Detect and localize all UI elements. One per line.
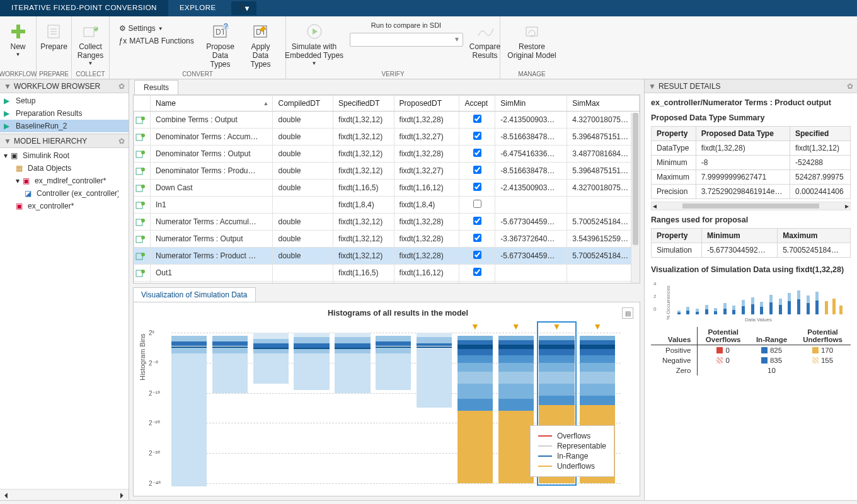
details-path: ex_controller/Numerator Terms : Product …: [651, 98, 851, 107]
tab-viz[interactable]: Visualization of Simulation Data: [133, 287, 256, 302]
values-table: ValuesPotential OverflowsIn-RangePotenti…: [651, 327, 851, 375]
compare-icon: [475, 21, 495, 42]
hist-column[interactable]: [376, 333, 411, 483]
accept-checkbox[interactable]: [473, 251, 481, 259]
col-header[interactable]: ProposedDT: [394, 96, 459, 112]
accept-checkbox[interactable]: [473, 115, 481, 123]
svg-point-28: [141, 236, 145, 239]
apply-icon: DT: [251, 21, 271, 42]
table-row[interactable]: Up Castdoublefixdt(1,16,14)fixdt(1,16,12…: [134, 282, 640, 284]
tree-root[interactable]: ▾▣Simulink Root: [0, 149, 129, 162]
wb-item[interactable]: ▶BaselineRun_2: [0, 120, 129, 132]
run-icon: ▶: [4, 122, 13, 130]
signal-icon: [135, 132, 145, 142]
table-row[interactable]: Out1fixdt(1,16,5)fixdt(1,16,12): [134, 265, 640, 282]
tab-iterative[interactable]: ITERATIVE FIXED-POINT CONVERSION: [0, 0, 168, 16]
gear-icon[interactable]: ✿: [118, 82, 125, 91]
svg-point-14: [141, 117, 145, 120]
hist-column[interactable]: [417, 333, 452, 483]
signal-icon: [135, 149, 145, 159]
simulink-icon: ▣: [11, 151, 20, 160]
hist-column[interactable]: ▼: [457, 333, 493, 483]
hist-column[interactable]: [171, 333, 207, 483]
h-scrollbar[interactable]: ⏴⏵: [0, 500, 857, 504]
accept-checkbox[interactable]: [473, 234, 481, 242]
col-header[interactable]: Accept: [459, 96, 495, 112]
tree-controller[interactable]: ◪Controller (ex_controller): [0, 187, 129, 200]
propose-button[interactable]: DT?Propose Data Types: [202, 19, 239, 69]
table-row[interactable]: Denominator Terms : Outputdoublefixdt(1,…: [134, 146, 640, 163]
v-scrollbar[interactable]: [631, 113, 640, 283]
table-row[interactable]: Down Castdoublefixdt(1,16,5)fixdt(1,16,1…: [134, 180, 640, 197]
hist-column[interactable]: ▼: [498, 333, 534, 483]
tree-data-objects[interactable]: ▦Data Objects: [0, 162, 129, 175]
tree-mdlref[interactable]: ▾▣ex_mdlref_controller*: [0, 175, 129, 187]
result-details-header: ▼RESULT DETAILS✿: [645, 79, 857, 93]
gear-icon[interactable]: ✿: [847, 82, 853, 91]
table-row[interactable]: Numerator Terms : Accumul…doublefixdt(1,…: [134, 214, 640, 231]
accept-checkbox[interactable]: [473, 268, 481, 276]
h-scrollbar[interactable]: ◂▸: [651, 202, 851, 210]
settings-dropdown[interactable]: ⚙Settings ▼: [117, 23, 198, 34]
wb-item[interactable]: ▶Setup: [0, 94, 129, 107]
svg-point-4: [93, 26, 98, 32]
run-icon: ▶: [4, 109, 13, 118]
tab-results[interactable]: Results: [134, 80, 178, 94]
svg-point-26: [141, 219, 145, 222]
table-row[interactable]: In1fixdt(1,8,4)fixdt(1,8,4): [134, 197, 640, 214]
new-button[interactable]: New▼: [0, 19, 37, 57]
hist-column[interactable]: [294, 333, 329, 483]
accept-checkbox[interactable]: [473, 217, 481, 225]
model-icon: ▣: [23, 176, 32, 185]
signal-icon: [135, 115, 145, 125]
accept-checkbox[interactable]: [473, 183, 481, 191]
prepare-button[interactable]: Prepare: [36, 19, 72, 52]
hist-column[interactable]: [335, 333, 370, 483]
simulate-button[interactable]: Simulate with Embedded Types ▼: [283, 19, 346, 66]
svg-point-30: [141, 253, 145, 256]
svg-text:?: ?: [224, 23, 228, 31]
table-row[interactable]: Combine Terms : Outputdoublefixdt(1,32,1…: [134, 112, 640, 129]
restore-button[interactable]: Restore Original Model: [503, 19, 560, 60]
play-icon: [304, 21, 325, 42]
accept-checkbox[interactable]: [473, 149, 481, 157]
svg-point-22: [141, 185, 145, 188]
propose-icon: DT?: [210, 21, 231, 42]
accept-checkbox[interactable]: [473, 200, 481, 208]
gear-icon[interactable]: ✿: [118, 137, 125, 146]
table-row[interactable]: Numerator Terms : Product …doublefixdt(1…: [134, 248, 640, 265]
compare-button[interactable]: Compare Results: [467, 19, 503, 60]
run-icon: ▶: [4, 96, 13, 105]
table-row[interactable]: Denominator Terms : Produ…doublefixdt(1,…: [134, 163, 640, 180]
col-header[interactable]: SpecifiedDT: [333, 96, 394, 112]
table-row[interactable]: Denominator Terms : Accum…doublefixdt(1,…: [134, 129, 640, 146]
viz-legend: Overflows Representable In-Range Underfl…: [530, 425, 614, 477]
matlab-functions-button[interactable]: ƒxMATLAB Functions: [117, 35, 198, 47]
h-scrollbar[interactable]: ⏴⏵: [0, 489, 129, 500]
sdi-dropdown[interactable]: [350, 33, 463, 47]
hist-column[interactable]: [253, 333, 289, 483]
apply-button[interactable]: DTApply Data Types: [243, 19, 279, 69]
marker-icon: ▼: [512, 321, 521, 331]
model-icon: ▣: [16, 202, 25, 210]
svg-point-24: [141, 202, 145, 205]
svg-point-32: [141, 270, 145, 273]
col-header[interactable]: CompiledDT: [273, 96, 333, 112]
marker-icon: ▼: [593, 321, 602, 331]
wb-item[interactable]: ▶Preparation Results: [0, 107, 129, 120]
hist-column[interactable]: [212, 333, 248, 483]
col-header[interactable]: Name: [151, 96, 273, 112]
help-button[interactable]: ? ▾: [231, 1, 257, 15]
tab-explore[interactable]: EXPLORE: [168, 0, 227, 16]
accept-checkbox[interactable]: [473, 132, 481, 140]
signal-icon: [135, 234, 145, 244]
col-header[interactable]: SimMin: [495, 96, 567, 112]
accept-checkbox[interactable]: [473, 166, 481, 174]
marker-icon: ▼: [471, 321, 480, 331]
col-header[interactable]: SimMax: [567, 96, 640, 112]
restore-icon: [522, 21, 542, 42]
collect-ranges-button[interactable]: Collect Ranges▼: [72, 19, 109, 66]
viz-options-button[interactable]: ▤: [622, 307, 633, 319]
table-row[interactable]: Numerator Terms : Outputdoublefixdt(1,32…: [134, 231, 640, 248]
tree-exctrl[interactable]: ▣ex_controller*: [0, 200, 129, 212]
